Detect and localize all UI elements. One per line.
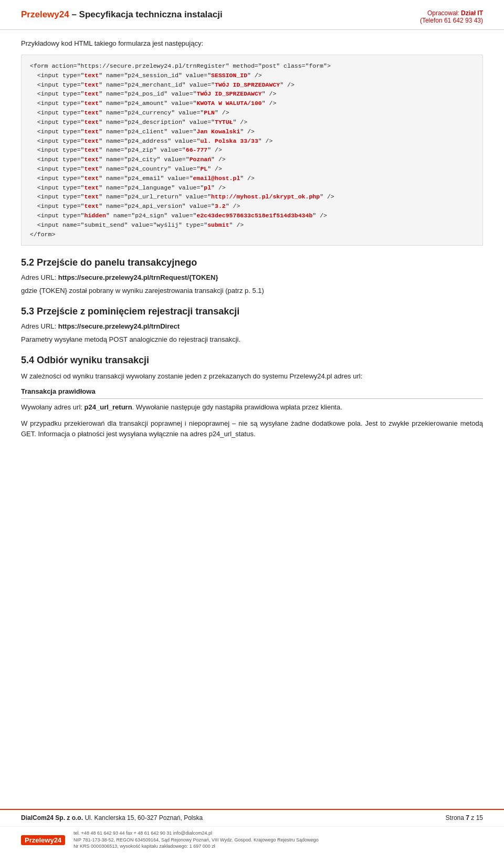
section-53-url-value: https://secure.przelewy24.pl/trnDirect: [58, 322, 180, 330]
section-54-number: 5.4: [21, 355, 34, 365]
section-52: 5.2 Przejście do panelu transakcyjnego A…: [21, 257, 483, 297]
section-53-title: Przejście z pominięciem rejestracji tran…: [37, 306, 239, 317]
section-53: 5.3 Przejście z pominięciem rejestracji …: [21, 306, 483, 345]
brand-name: Przelewy24: [21, 9, 69, 19]
header-dept: Dział IT: [461, 9, 483, 17]
logo-area: Przelewy24: [21, 835, 65, 845]
fine-print-line1: tel. +48 48 61 642 93 44 fax + 48 61 642…: [74, 830, 319, 837]
section-53-heading: 5.3 Przejście z pominięciem rejestracji …: [21, 306, 483, 317]
section-54: 5.4 Odbiór wyniku transakcji W zależnośc…: [21, 355, 483, 440]
transaction-label: Transakcja prawidłowa: [21, 387, 483, 395]
section-52-number: 5.2: [21, 257, 34, 268]
bottom-bar: Przelewy24 tel. +48 48 61 642 93 44 fax …: [0, 826, 504, 853]
fine-print-line2: NIP 781-173-38-52, REGON 634509164, Sąd …: [74, 837, 319, 844]
divider: [21, 398, 483, 399]
footer-page-current: 7: [466, 814, 469, 822]
section-54-para2: W przypadku przekierowań dla transakcji …: [21, 418, 483, 440]
section-53-number: 5.3: [21, 306, 34, 317]
footer-company: DialCom24 Sp. z o.o.: [21, 814, 83, 822]
section-54-url-desc: . Wywołanie następuje gdy nastąpiła praw…: [132, 403, 342, 411]
header-title: Przelewy24 – Specyfikacja techniczna ins…: [21, 9, 223, 20]
footer-page-total: 15: [476, 814, 483, 822]
header-title-rest: – Specyfikacja techniczna instalacji: [69, 9, 223, 19]
code-line-form-open: <form action="https://secure.przelewy24.…: [30, 62, 331, 69]
section-54-url-value: p24_url_return: [85, 403, 132, 411]
section-54-title: Odbiór wyniku transakcji: [37, 355, 149, 365]
section-53-url-line: Adres URL: https://secure.przelewy24.pl/…: [21, 322, 483, 330]
header-phone: (Telefon 61 642 93 43): [420, 17, 483, 24]
fine-print-line3: Nr KRS 0000306513, wysokość kapitału zak…: [74, 843, 319, 850]
footer-page-word: z: [471, 814, 474, 822]
section-53-desc: Parametry wysyłane metodą POST analogicz…: [21, 334, 483, 345]
section-54-url-label: Wywołany adres url:: [21, 403, 82, 411]
section-53-url-label: Adres URL:: [21, 322, 56, 330]
footer-right: Strona 7 z 15: [446, 814, 483, 822]
footer-page-label: Strona: [446, 814, 464, 822]
html-code-block: <form action="https://secure.przelewy24.…: [21, 55, 483, 246]
logo-p24: Przelewy24: [21, 835, 65, 845]
section-52-desc: gdzie {TOKEN} został pobrany w wyniku za…: [21, 286, 483, 297]
footer-address: Ul. Kanclerska 15, 60-327 Poznań, Polska: [85, 814, 203, 822]
header-right: Opracował: Dział IT (Telefon 61 642 93 4…: [420, 9, 483, 24]
section-54-para1: W zależności od wyniku transakcji wywoła…: [21, 371, 483, 382]
header-opracowal-label: Opracował:: [427, 9, 459, 17]
section-52-title: Przejście do panelu transakcyjnego: [37, 257, 197, 268]
page-footer: DialCom24 Sp. z o.o. Ul. Kanclerska 15, …: [0, 809, 504, 822]
section-52-url-value: https://secure.przelewy24.pl/trnRequest/…: [58, 273, 218, 281]
main-content: Przykładowy kod HTML takiego formularza …: [0, 30, 504, 452]
footer-left: DialCom24 Sp. z o.o. Ul. Kanclerska 15, …: [21, 814, 203, 822]
section-52-url-label: Adres URL:: [21, 273, 56, 281]
fine-print: tel. +48 48 61 642 93 44 fax + 48 61 642…: [74, 830, 319, 850]
section-54-url-line: Wywołany adres url: p24_url_return. Wywo…: [21, 402, 483, 413]
section-54-heading: 5.4 Odbiór wyniku transakcji: [21, 355, 483, 366]
section-52-url-line: Adres URL: https://secure.przelewy24.pl/…: [21, 273, 483, 281]
page-header: Przelewy24 – Specyfikacja techniczna ins…: [0, 0, 504, 30]
intro-text: Przykładowy kod HTML takiego formularza …: [21, 39, 483, 47]
section-52-heading: 5.2 Przejście do panelu transakcyjnego: [21, 257, 483, 268]
